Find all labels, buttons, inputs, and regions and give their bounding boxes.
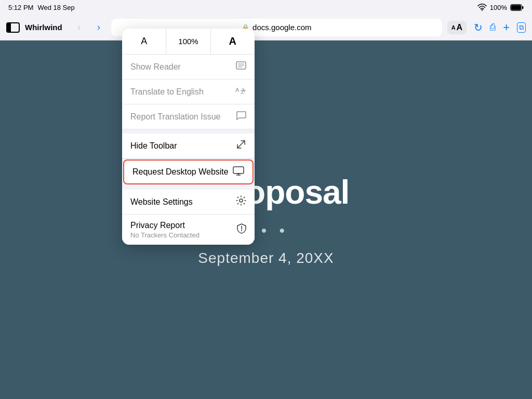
browser-toolbar: Whirlwind ‹ › 🔒 docs.google.com A A ↻ ⎙ … [0, 15, 532, 41]
page-date: September 4, 20XX [198, 250, 334, 267]
request-desktop-label: Request Desktop Website [132, 167, 229, 177]
battery-icon [510, 4, 524, 11]
show-reader-label: Show Reader [130, 62, 181, 72]
reader-icon [236, 61, 246, 72]
resize-icon [236, 139, 246, 152]
forward-button[interactable]: › [91, 20, 106, 35]
comment-icon [236, 111, 246, 123]
font-decrease-button[interactable]: A [122, 29, 166, 54]
hide-toolbar-label: Hide Toolbar [130, 141, 177, 151]
translate-icon: A 文 [235, 86, 246, 98]
svg-rect-9 [233, 167, 244, 174]
svg-point-13 [240, 199, 243, 202]
separator-2 [122, 185, 255, 190]
font-small-label: A [451, 24, 456, 31]
privacy-text: Privacy Report No Trackers Contacted [130, 221, 237, 239]
svg-text:A: A [235, 87, 240, 93]
font-increase-button[interactable]: A [211, 29, 255, 54]
hide-toolbar-item[interactable]: Hide Toolbar [122, 134, 255, 158]
share-button[interactable]: ⎙ [490, 22, 496, 33]
tab-title: Whirlwind [25, 23, 66, 32]
url-display: docs.google.com [252, 23, 311, 32]
privacy-report-subtitle: No Trackers Contacted [130, 231, 237, 239]
font-size-row: A 100% A [122, 29, 255, 55]
reload-button[interactable]: ↻ [474, 21, 483, 34]
svg-rect-1 [511, 5, 522, 10]
wifi-icon [477, 4, 487, 11]
gear-icon [236, 195, 246, 208]
report-translation-item[interactable]: Report Translation Issue [122, 104, 255, 129]
translate-item[interactable]: Translate to English A 文 [122, 79, 255, 104]
website-settings-item[interactable]: Website Settings [122, 190, 255, 215]
font-large-label: A [457, 23, 463, 32]
monitor-icon [233, 166, 244, 178]
main-content: g Proposal • • • September 4, 20XX [0, 41, 532, 399]
back-button[interactable]: ‹ [72, 20, 86, 35]
aa-button[interactable]: A A [447, 21, 467, 34]
shield-icon [237, 223, 246, 236]
translate-label: Translate to English [130, 87, 204, 97]
time-display: 5:12 PM [8, 4, 33, 11]
date-display: Wed 18 Sep [37, 4, 74, 11]
status-bar: 5:12 PM Wed 18 Sep 100% [0, 0, 532, 15]
request-desktop-item[interactable]: Request Desktop Website [123, 159, 254, 184]
show-reader-item[interactable]: Show Reader [122, 55, 255, 79]
font-percent-display[interactable]: 100% [166, 29, 210, 54]
privacy-report-label: Privacy Report [130, 221, 237, 230]
svg-rect-2 [522, 6, 524, 9]
new-tab-button[interactable]: + [503, 21, 510, 34]
report-translation-label: Report Translation Issue [130, 112, 220, 122]
separator-1 [122, 129, 255, 134]
website-settings-label: Website Settings [130, 197, 193, 207]
privacy-report-item[interactable]: Privacy Report No Trackers Contacted [122, 215, 255, 245]
sidebar-toggle-icon[interactable] [6, 22, 20, 33]
battery-level: 100% [490, 4, 507, 11]
tabs-overview-button[interactable]: ⧉ [517, 22, 526, 33]
reader-menu-dropdown: A 100% A Show Reader Translate to Englis… [122, 29, 255, 245]
